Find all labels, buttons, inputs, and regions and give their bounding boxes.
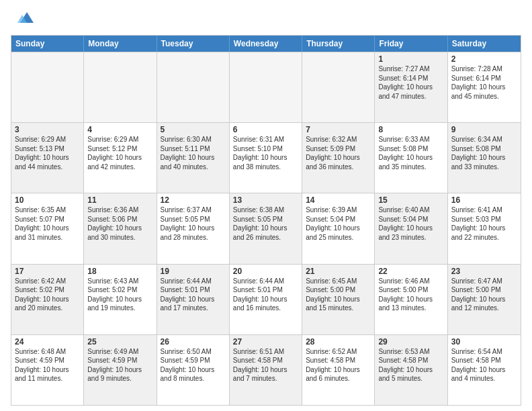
cell-line: Daylight: 10 hours: [15, 365, 80, 375]
calendar-row: 1Sunrise: 7:27 AMSunset: 6:14 PMDaylight…: [11, 52, 521, 122]
cell-line: and 36 minutes.: [306, 163, 371, 172]
cell-line: Sunset: 5:04 PM: [378, 215, 443, 224]
cell-line: Sunset: 4:59 PM: [87, 356, 152, 365]
cell-line: Daylight: 10 hours: [87, 224, 152, 233]
cell-line: Sunset: 5:05 PM: [233, 215, 298, 224]
cell-line: and 30 minutes.: [87, 233, 152, 242]
calendar-header-day: Tuesday: [157, 36, 230, 52]
cell-line: Daylight: 10 hours: [451, 365, 517, 375]
cell-line: Daylight: 10 hours: [233, 153, 298, 163]
day-number: 18: [87, 267, 152, 276]
cell-line: Sunrise: 6:31 AM: [233, 135, 298, 144]
cell-line: and 19 minutes.: [87, 304, 152, 313]
cell-line: Sunset: 4:58 PM: [233, 356, 298, 365]
calendar-cell: 14Sunrise: 6:39 AMSunset: 5:04 PMDayligh…: [302, 193, 375, 263]
cell-line: Sunrise: 6:40 AM: [378, 205, 443, 215]
cell-line: Sunrise: 6:50 AM: [161, 347, 226, 357]
cell-line: Daylight: 10 hours: [15, 224, 80, 233]
cell-line: Sunrise: 6:34 AM: [451, 135, 517, 144]
cell-line: Daylight: 10 hours: [378, 365, 443, 375]
cell-line: Sunrise: 6:36 AM: [87, 205, 152, 215]
cell-line: Daylight: 10 hours: [161, 295, 226, 304]
calendar-cell: 30Sunrise: 6:54 AMSunset: 4:58 PMDayligh…: [448, 335, 521, 405]
calendar-cell: 22Sunrise: 6:46 AMSunset: 5:00 PMDayligh…: [375, 265, 447, 334]
day-number: 9: [451, 125, 517, 134]
cell-line: and 28 minutes.: [161, 233, 226, 242]
day-number: 15: [378, 195, 443, 205]
cell-line: Sunrise: 6:33 AM: [378, 135, 443, 144]
calendar-cell: 13Sunrise: 6:38 AMSunset: 5:05 PMDayligh…: [230, 193, 302, 263]
cell-line: Sunset: 4:59 PM: [15, 356, 80, 365]
cell-line: Sunset: 5:07 PM: [15, 215, 80, 224]
cell-line: Sunrise: 6:29 AM: [15, 135, 80, 144]
cell-line: and 33 minutes.: [451, 163, 517, 172]
day-number: 10: [15, 195, 80, 205]
cell-line: Sunrise: 6:47 AM: [451, 277, 517, 286]
day-number: 27: [233, 337, 298, 347]
calendar-cell: 17Sunrise: 6:42 AMSunset: 5:02 PMDayligh…: [11, 265, 84, 334]
cell-line: and 44 minutes.: [15, 163, 80, 172]
day-number: 21: [306, 267, 371, 276]
cell-line: Daylight: 10 hours: [378, 295, 443, 304]
cell-line: Daylight: 10 hours: [87, 295, 152, 304]
cell-line: Sunrise: 6:54 AM: [451, 347, 517, 357]
cell-line: Sunrise: 6:53 AM: [378, 347, 443, 357]
cell-line: Sunrise: 6:51 AM: [233, 347, 298, 357]
cell-line: Sunrise: 6:44 AM: [233, 277, 298, 286]
calendar-cell: 3Sunrise: 6:29 AMSunset: 5:13 PMDaylight…: [11, 123, 84, 193]
day-number: 6: [233, 125, 298, 134]
cell-line: Sunrise: 7:28 AM: [451, 64, 517, 74]
header: [11, 8, 521, 31]
calendar-cell: 26Sunrise: 6:50 AMSunset: 4:59 PMDayligh…: [157, 335, 230, 405]
cell-line: Daylight: 10 hours: [306, 224, 371, 233]
cell-line: and 9 minutes.: [87, 374, 152, 383]
cell-line: Sunrise: 6:38 AM: [233, 205, 298, 215]
cell-line: and 15 minutes.: [306, 304, 371, 313]
cell-line: Sunset: 5:00 PM: [378, 285, 443, 295]
cell-line: Daylight: 10 hours: [233, 224, 298, 233]
cell-line: Daylight: 10 hours: [87, 153, 152, 163]
day-number: 19: [161, 267, 226, 276]
day-number: 29: [378, 337, 443, 347]
cell-line: Daylight: 10 hours: [451, 153, 517, 163]
cell-line: Sunset: 5:09 PM: [306, 144, 371, 154]
cell-line: Sunset: 5:11 PM: [161, 144, 226, 154]
day-number: 16: [451, 195, 517, 205]
cell-line: Daylight: 10 hours: [233, 365, 298, 375]
calendar-header-day: Thursday: [302, 36, 375, 52]
cell-line: and 6 minutes.: [306, 374, 371, 383]
calendar-header: SundayMondayTuesdayWednesdayThursdayFrid…: [11, 36, 521, 52]
day-number: 7: [306, 125, 371, 134]
cell-line: Sunrise: 6:30 AM: [161, 135, 226, 144]
cell-line: Daylight: 10 hours: [451, 83, 517, 92]
cell-line: Sunset: 5:08 PM: [451, 144, 517, 154]
calendar-cell: 20Sunrise: 6:44 AMSunset: 5:01 PMDayligh…: [230, 265, 302, 334]
calendar: SundayMondayTuesdayWednesdayThursdayFrid…: [11, 35, 521, 406]
calendar-cell: 27Sunrise: 6:51 AMSunset: 4:58 PMDayligh…: [230, 335, 302, 405]
cell-line: Sunrise: 6:45 AM: [306, 277, 371, 286]
calendar-cell: 16Sunrise: 6:41 AMSunset: 5:03 PMDayligh…: [448, 193, 521, 263]
cell-line: Daylight: 10 hours: [378, 224, 443, 233]
cell-line: Sunrise: 6:52 AM: [306, 347, 371, 357]
cell-line: Sunrise: 6:42 AM: [15, 277, 80, 286]
cell-line: Sunset: 4:59 PM: [161, 356, 226, 365]
day-number: 30: [451, 337, 517, 347]
day-number: 14: [306, 195, 371, 205]
cell-line: and 38 minutes.: [233, 163, 298, 172]
cell-line: and 20 minutes.: [15, 304, 80, 313]
cell-line: and 25 minutes.: [306, 233, 371, 242]
cell-line: and 8 minutes.: [161, 374, 226, 383]
calendar-cell: 28Sunrise: 6:52 AMSunset: 4:58 PMDayligh…: [302, 335, 375, 405]
calendar-cell: 23Sunrise: 6:47 AMSunset: 5:00 PMDayligh…: [448, 265, 521, 334]
day-number: 5: [161, 125, 226, 134]
cell-line: and 31 minutes.: [15, 233, 80, 242]
cell-line: Daylight: 10 hours: [87, 365, 152, 375]
cell-line: and 13 minutes.: [378, 304, 443, 313]
day-number: 17: [15, 267, 80, 276]
cell-line: and 5 minutes.: [378, 374, 443, 383]
cell-line: Daylight: 10 hours: [378, 83, 443, 92]
calendar-cell: [11, 52, 84, 122]
cell-line: and 4 minutes.: [451, 374, 517, 383]
cell-line: Daylight: 10 hours: [161, 224, 226, 233]
calendar-cell: 5Sunrise: 6:30 AMSunset: 5:11 PMDaylight…: [157, 123, 230, 193]
